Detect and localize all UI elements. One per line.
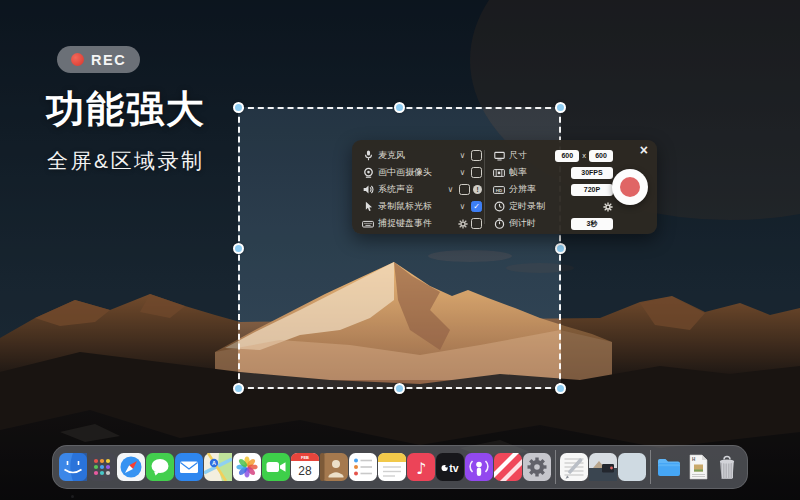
finder-icon [59,453,87,481]
selection-handle-bottom-center[interactable] [394,383,405,394]
launchpad-icon [88,453,116,481]
dock-item-contacts[interactable] [320,453,348,481]
checkbox-checked[interactable]: ✓ [471,201,482,212]
selection-handle-middle-right[interactable] [555,243,566,254]
dock-item-finder[interactable] [59,453,87,481]
framerate-value-button[interactable]: 30FPS [571,167,613,179]
dock-item-podcasts[interactable] [465,453,493,481]
gear-icon[interactable] [603,202,613,212]
gear-icon[interactable] [458,218,467,229]
dock-item-messages[interactable] [146,453,174,481]
setting-row-timed-recording: 定时录制 [493,198,613,215]
keyboard-icon [362,218,374,229]
width-field[interactable]: 600 [555,150,579,162]
reminders-icon [349,453,377,481]
calendar-icon: FEB28 [291,453,319,481]
record-button-inner [620,177,640,197]
toggle-row-microphone: 麦克风∨ [362,147,482,164]
folder-icon [655,453,683,481]
screen: REC 功能强大 全屏&区域录制 麦克风∨画中画摄像头∨系统声音∨!录制鼠标光标… [0,0,800,500]
size-icon [493,150,505,161]
selection-handle-top-center[interactable] [394,102,405,113]
dock-item-appletv[interactable]: tv [436,453,464,481]
dock-item-trash[interactable] [713,453,741,481]
textedit-icon [560,453,588,481]
safari-icon [117,453,145,481]
chevron-down-icon[interactable]: ∨ [446,185,455,194]
dock-item-news[interactable] [494,453,522,481]
facetime-icon [262,453,290,481]
blank-app-icon [618,453,646,481]
selection-handle-top-right[interactable] [555,102,566,113]
size-separator: x [582,151,586,160]
size-control: 600x600 [555,150,613,162]
setting-label: 尺寸 [509,149,551,162]
dock-item-safari[interactable] [117,453,145,481]
dock-item-photos[interactable] [233,453,261,481]
dock-item-facetime[interactable] [262,453,290,481]
selection-handle-top-left[interactable] [233,102,244,113]
finder-running-indicator [71,495,74,498]
mail-icon [175,453,203,481]
info-icon[interactable]: ! [473,185,482,194]
dock-item-settings[interactable] [523,453,551,481]
dock-item-music[interactable]: ♪ [407,453,435,481]
rec-dot-icon [71,53,84,66]
settings-icon [523,453,551,481]
contacts-icon [320,453,348,481]
svg-text:H: H [692,457,695,462]
setting-row-size: 尺寸600x600 [493,147,613,164]
setting-label: 倒计时 [509,217,567,230]
selection-handle-middle-left[interactable] [233,243,244,254]
setting-row-resolution: HD分辨率720P [493,181,613,198]
dock-item-reminders[interactable] [349,453,377,481]
selection-handle-bottom-left[interactable] [233,383,244,394]
dock-item-document[interactable]: H [684,453,712,481]
height-field[interactable]: 600 [589,150,613,162]
dock-item-screenshot-app[interactable] [589,453,617,481]
dock-item-mail[interactable] [175,453,203,481]
dock-item-launchpad[interactable] [88,453,116,481]
chevron-down-icon[interactable]: ∨ [458,168,467,177]
dock-item-notes[interactable] [378,453,406,481]
panel-divider [484,150,485,224]
svg-text:28: 28 [298,464,312,478]
dock-divider [552,449,559,485]
setting-label: 定时录制 [509,200,599,213]
svg-text:FEB: FEB [301,455,309,460]
chevron-down-icon[interactable]: ∨ [458,151,467,160]
toggle-row-system-audio: 系统声音∨! [362,181,482,198]
dock-item-maps[interactable]: A [204,453,232,481]
timed-recording-icon [493,201,505,212]
chevron-down-icon[interactable]: ∨ [458,202,467,211]
dock-item-blank-app[interactable] [618,453,646,481]
checkbox-unchecked[interactable] [471,167,482,178]
dock-item-calendar[interactable]: FEB28 [291,453,319,481]
countdown-value-button[interactable]: 3秒 [571,218,613,230]
notes-icon [378,453,406,481]
trash-icon [713,453,741,481]
toggle-label: 画中画摄像头 [378,166,454,179]
dock-item-folder[interactable] [655,453,683,481]
setting-label: 分辨率 [509,183,567,196]
checkbox-unchecked[interactable] [471,150,482,161]
toggle-label: 录制鼠标光标 [378,200,454,213]
hero-title: 功能强大 [46,84,206,135]
checkbox-unchecked[interactable] [471,218,482,229]
toggle-row-pip-camera: 画中画摄像头∨ [362,164,482,181]
close-icon[interactable]: × [640,143,648,157]
messages-icon [146,453,174,481]
checkbox-unchecked[interactable] [459,184,470,195]
resolution-value-button[interactable]: 720P [571,184,613,196]
record-button[interactable] [612,169,648,205]
system-audio-icon [362,184,374,195]
news-icon [494,453,522,481]
toggle-label: 麦克风 [378,149,454,162]
framerate-icon [493,167,505,178]
dock-item-textedit[interactable] [560,453,588,481]
svg-text:tv: tv [449,462,458,474]
mouse-cursor-icon [362,201,374,212]
rec-badge: REC [57,46,140,73]
selection-handle-bottom-right[interactable] [555,383,566,394]
music-icon: ♪ [407,453,435,481]
